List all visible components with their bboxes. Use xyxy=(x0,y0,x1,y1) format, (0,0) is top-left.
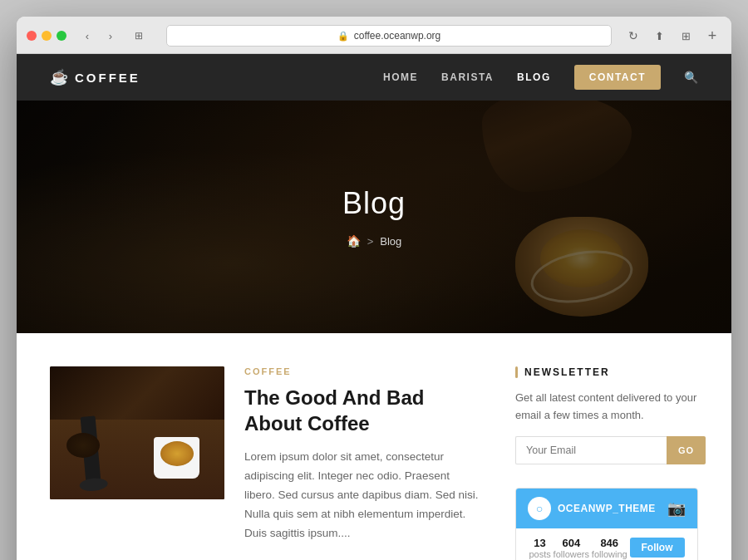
post-card: COFFEE The Good And Bad About Coffee Lor… xyxy=(50,366,482,560)
newsletter-form: GO xyxy=(515,436,698,464)
breadcrumb: 🏠 > Blog xyxy=(342,234,406,248)
thumb-cup xyxy=(154,437,199,479)
forward-button[interactable]: › xyxy=(100,27,121,45)
page-title: Blog xyxy=(342,186,406,221)
hero-section: Blog 🏠 > Blog xyxy=(17,101,731,333)
instagram-followers-stat: 604 followers xyxy=(554,537,589,559)
post-title[interactable]: The Good And Bad About Coffee xyxy=(244,385,482,436)
fullscreen-button[interactable] xyxy=(57,31,66,41)
lock-icon: 🔒 xyxy=(337,31,349,42)
posts-count: 13 xyxy=(529,537,550,549)
breadcrumb-home-icon[interactable]: 🏠 xyxy=(347,234,361,248)
instagram-profile: ○ OCEANWP_THEME xyxy=(528,497,656,520)
newsletter-heading: NEWSLETTER xyxy=(515,366,698,378)
browser-actions: ⬆ ⊞ xyxy=(648,27,696,45)
followers-label: followers xyxy=(554,549,589,559)
site-header: ☕ COFFEE HOME BARISTA BLOG CONTACT 🔍 xyxy=(17,54,731,101)
nav-buttons: ‹ › xyxy=(76,27,121,45)
traffic-lights xyxy=(27,31,66,41)
back-button[interactable]: ‹ xyxy=(76,27,98,45)
nav-home[interactable]: HOME xyxy=(383,71,418,83)
post-content: COFFEE The Good And Bad About Coffee Lor… xyxy=(244,366,482,560)
hero-content: Blog 🏠 > Blog xyxy=(342,186,406,248)
instagram-username[interactable]: OCEANWP_THEME xyxy=(558,503,656,514)
instagram-icon[interactable]: 📷 xyxy=(667,499,686,518)
instagram-posts-stat: 13 posts xyxy=(529,537,550,559)
refresh-button[interactable]: ↻ xyxy=(628,29,638,42)
newsletter-section: NEWSLETTER Get all latest content delive… xyxy=(515,366,698,464)
instagram-follow-button[interactable]: Follow xyxy=(630,538,685,558)
instagram-header: ○ OCEANWP_THEME 📷 xyxy=(516,489,697,528)
share-button[interactable]: ⬆ xyxy=(648,27,670,45)
main-content: COFFEE The Good And Bad About Coffee Lor… xyxy=(17,333,731,560)
breadcrumb-current: Blog xyxy=(380,235,401,248)
browser-chrome: ‹ › ⊞ 🔒 coffee.oceanwp.org ↻ ⬆ ⊞ + xyxy=(17,17,731,54)
site-logo[interactable]: ☕ COFFEE xyxy=(50,68,140,86)
close-button[interactable] xyxy=(27,31,37,41)
newsletter-submit-button[interactable]: GO xyxy=(667,436,706,464)
address-bar[interactable]: 🔒 coffee.oceanwp.org xyxy=(166,25,612,47)
following-count: 846 xyxy=(592,537,627,549)
instagram-stats: 13 posts 604 followers 846 following Fol… xyxy=(516,528,697,560)
blog-posts: COFFEE The Good And Bad About Coffee Lor… xyxy=(50,366,482,560)
nav-barista[interactable]: BARISTA xyxy=(441,71,494,83)
reader-button[interactable]: ⊞ xyxy=(675,27,696,45)
minimize-button[interactable] xyxy=(42,31,52,41)
coffee-icon: ☕ xyxy=(50,68,68,86)
post-category[interactable]: COFFEE xyxy=(244,366,482,376)
url-text: coffee.oceanwp.org xyxy=(354,30,441,42)
posts-label: posts xyxy=(529,549,550,559)
breadcrumb-separator: > xyxy=(367,235,374,248)
nav-contact[interactable]: CONTACT xyxy=(574,65,661,90)
sidebar-toggle[interactable]: ⊞ xyxy=(128,27,150,45)
thumbnail-image xyxy=(50,366,224,499)
new-tab-button[interactable]: + xyxy=(703,27,721,45)
following-label: following xyxy=(592,549,627,559)
post-excerpt: Lorem ipsum dolor sit amet, consectetur … xyxy=(244,448,482,543)
instagram-widget: ○ OCEANWP_THEME 📷 13 posts 604 xyxy=(515,488,698,560)
site-nav: HOME BARISTA BLOG CONTACT 🔍 xyxy=(383,65,698,90)
newsletter-description: Get all latest content delivered to your… xyxy=(515,390,698,425)
browser-window: ‹ › ⊞ 🔒 coffee.oceanwp.org ↻ ⬆ ⊞ + ☕ COF… xyxy=(17,17,731,560)
instagram-avatar-icon: ○ xyxy=(536,502,543,515)
website-content: ☕ COFFEE HOME BARISTA BLOG CONTACT 🔍 Blo… xyxy=(17,54,731,560)
search-icon[interactable]: 🔍 xyxy=(684,71,698,84)
logo-text: COFFEE xyxy=(75,71,140,85)
instagram-avatar[interactable]: ○ xyxy=(528,497,551,520)
nav-blog[interactable]: BLOG xyxy=(517,71,551,83)
followers-count: 604 xyxy=(554,537,589,549)
sidebar: NEWSLETTER Get all latest content delive… xyxy=(515,366,698,560)
instagram-following-stat: 846 following xyxy=(592,537,627,559)
newsletter-email-input[interactable] xyxy=(515,436,667,464)
post-thumbnail[interactable] xyxy=(50,366,224,499)
thumb-grounds xyxy=(66,433,100,458)
